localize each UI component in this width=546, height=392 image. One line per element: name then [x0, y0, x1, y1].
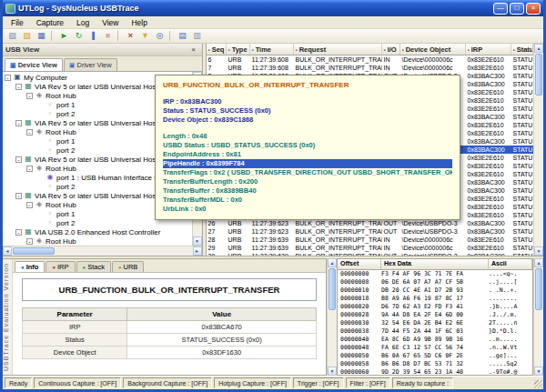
- menu-item[interactable]: View: [96, 17, 125, 28]
- column-header[interactable]: Seq: [207, 44, 227, 55]
- log-row[interactable]: 6 URB 11:27:39:608 BULK_OR_INTERRUPT_TRA…: [207, 55, 533, 64]
- toolbar-button[interactable]: ▤: [176, 30, 189, 42]
- tree-expander-icon[interactable]: [15, 84, 22, 90]
- hex-data-header[interactable]: Hex Data: [381, 259, 489, 269]
- column-header[interactable]: Request: [294, 44, 382, 55]
- tree-expander-icon[interactable]: [26, 129, 33, 136]
- toolbar-button[interactable]: ↻: [72, 30, 86, 42]
- toolbar-button[interactable]: ▧: [20, 30, 34, 42]
- hex-offset-header[interactable]: Offset: [338, 259, 381, 269]
- tree-expander-icon[interactable]: [15, 120, 22, 126]
- hex-row[interactable]: 00000030 32 54 E6 DA 2E B4 E2 6E 2T.....…: [338, 319, 532, 327]
- hex-ascii: 2T.....n: [489, 319, 532, 327]
- menu-item[interactable]: File: [5, 17, 30, 28]
- scroll-up-icon[interactable]: ▲: [534, 44, 543, 53]
- column-header[interactable]: Status: [511, 44, 533, 55]
- toolbar-button[interactable]: ■: [101, 30, 115, 42]
- info-panel-tab[interactable]: ● Stack: [76, 261, 111, 272]
- scroll-down-icon[interactable]: ▼: [534, 367, 543, 376]
- tree-node-icon: [35, 165, 44, 172]
- tree-item[interactable]: VIA USB 2.0 Enhanced Host Controller: [3, 227, 192, 236]
- info-panel-tab[interactable]: ● Info: [15, 261, 45, 272]
- window-button-glyph: □: [515, 5, 520, 12]
- hex-row[interactable]: 00000028 9A 4A D8 EA 2F E4 6D 00 .J../.m…: [338, 311, 532, 319]
- info-vertical-scrollbar[interactable]: ▲ ▼: [327, 258, 337, 376]
- scroll-down-icon[interactable]: ▼: [534, 246, 543, 256]
- tree-horizontal-scrollbar[interactable]: ◄ ►: [3, 246, 202, 256]
- log-row[interactable]: 27 URB 11:27:39:623 BULK_OR_INTERRUPT_TR…: [207, 227, 533, 236]
- toolbar-button[interactable]: ►: [57, 30, 71, 42]
- scroll-thumb[interactable]: [535, 268, 542, 310]
- toolbar-button[interactable]: [169, 31, 173, 41]
- scroll-up-icon[interactable]: ▲: [328, 258, 337, 267]
- hex-row[interactable]: 00000038 7D 44 F5 2A 44 1F 6C 03 }D.*D.l…: [338, 327, 532, 336]
- log-row[interactable]: 29 URB 11:27:39:639 BULK_OR_INTERRUPT_TR…: [207, 244, 533, 252]
- log-row[interactable]: 28 URB 11:27:39:639 BULK_OR_INTERRUPT_TR…: [207, 236, 533, 244]
- cell-irp: 0x83BAC300: [466, 186, 511, 195]
- menu-item[interactable]: Help: [125, 17, 153, 28]
- scroll-left-icon[interactable]: ◄: [3, 246, 12, 256]
- info-panel-tab[interactable]: ● IRP: [46, 261, 75, 272]
- window-button[interactable]: —: [493, 3, 508, 15]
- tree-expander-icon[interactable]: [15, 156, 22, 163]
- scroll-thumb[interactable]: [535, 54, 542, 95]
- scroll-right-icon[interactable]: ►: [193, 246, 202, 256]
- toolbar-button[interactable]: [117, 31, 121, 41]
- toolbar-button[interactable]: ▥: [190, 30, 204, 42]
- tree-expander-icon[interactable]: [15, 193, 22, 199]
- tree-expander-icon[interactable]: [5, 75, 11, 81]
- cell-irp: 0x83E2E610: [466, 203, 511, 211]
- close-panel-icon[interactable]: ×: [188, 45, 199, 54]
- column-header[interactable]: IRP: [466, 44, 511, 55]
- hex-vertical-scrollbar[interactable]: ▲ ▼: [533, 258, 543, 376]
- window-button[interactable]: □: [510, 3, 524, 15]
- log-row[interactable]: 26 URB 11:27:39:623 BULK_OR_INTERRUPT_TR…: [207, 219, 533, 227]
- tree-item[interactable]: Root Hub: [3, 236, 192, 246]
- hex-row[interactable]: 00000058 B6 B6 D8 D7 BC 53 71 32 .....Sq…: [338, 360, 532, 368]
- hex-ascii-header[interactable]: Ascii: [489, 259, 532, 269]
- toolbar-button[interactable]: ▨: [5, 30, 19, 42]
- menu-item[interactable]: Capture: [30, 17, 70, 28]
- tree-expander-icon[interactable]: [26, 202, 33, 208]
- hex-row[interactable]: 00000050 B6 0A 67 65 5D C6 0F 2E ..ge]..…: [338, 352, 532, 360]
- toolbar-button[interactable]: [51, 31, 55, 41]
- hex-row[interactable]: 00000060 9D 2D 39 54 65 23 1A 40 .-9Te#.…: [338, 368, 532, 375]
- column-header[interactable]: Time: [250, 44, 294, 55]
- toolbar-button-icon: ▦: [37, 32, 46, 40]
- scroll-thumb[interactable]: [329, 268, 336, 310]
- resize-grip[interactable]: [534, 380, 542, 388]
- usb-view-tab[interactable]: ▣ Device View: [5, 58, 63, 71]
- hex-row[interactable]: 00000048 FA 6E C3 12 57 CC 56 74 .n..W.V…: [338, 344, 532, 352]
- column-header[interactable]: I/O: [382, 44, 400, 55]
- hex-row[interactable]: 00000020 D6 7D 62 A3 E2 FD F3 41 .}b....…: [338, 303, 532, 311]
- log-row[interactable]: 7 URB 11:27:39:608 BULK_OR_INTERRUPT_TRA…: [207, 64, 533, 72]
- scroll-down-icon[interactable]: ▼: [328, 367, 337, 376]
- column-header[interactable]: Type: [227, 44, 250, 55]
- toolbar-button[interactable]: ◎: [153, 30, 167, 42]
- log-vertical-scrollbar[interactable]: ▲ ▼: [533, 44, 543, 256]
- hex-row[interactable]: 00000018 B8 A9 A6 F6 19 87 8C 17 .......…: [338, 295, 532, 303]
- cell-irp: 0x83E2E610: [466, 154, 511, 162]
- hex-row[interactable]: 00000040 EA 8C 6D A9 9B 89 9B 16 ..m....…: [338, 336, 532, 344]
- toolbar-button[interactable]: ×: [124, 30, 137, 42]
- tree-expander-icon[interactable]: [15, 229, 22, 236]
- scroll-thumb[interactable]: [13, 247, 55, 255]
- hex-row[interactable]: 00000008 06 DE 6A 07 A7 A7 CF 5B ..j....…: [338, 278, 532, 286]
- menu-item[interactable]: Log: [70, 17, 96, 28]
- scroll-up-icon[interactable]: ▲: [534, 258, 543, 267]
- info-panel-tab[interactable]: ● URB: [112, 261, 144, 272]
- column-header[interactable]: Device Object: [400, 44, 466, 55]
- tree-node-icon: [46, 219, 55, 226]
- title-bar[interactable]: UTLog - SysNucleus USBTrace — □ ×: [3, 0, 543, 16]
- window-button[interactable]: ×: [526, 3, 541, 15]
- toolbar-button[interactable]: ▦: [35, 30, 48, 42]
- toolbar-button[interactable]: ∥: [86, 30, 100, 42]
- tree-expander-icon[interactable]: [26, 238, 33, 245]
- scroll-down-icon[interactable]: ▼: [193, 236, 202, 246]
- toolbar-button[interactable]: ▼: [138, 30, 152, 42]
- usb-view-tab[interactable]: ▣ Driver View: [64, 58, 117, 71]
- hex-row[interactable]: 00000000 F3 F4 AF 96 3C 71 7E FA ....<q~…: [338, 270, 532, 278]
- tree-expander-icon[interactable]: [26, 93, 33, 99]
- tree-expander-icon[interactable]: [26, 166, 33, 172]
- hex-row[interactable]: 00000010 DB 20 CC 4E A1 D7 2B 93 . .N..+…: [338, 286, 532, 295]
